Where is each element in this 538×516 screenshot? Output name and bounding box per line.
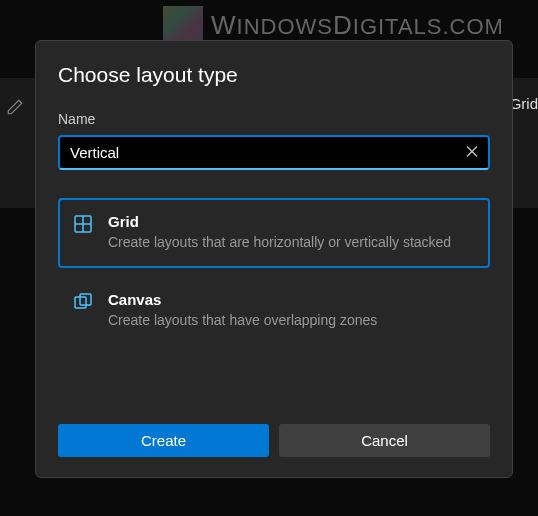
bg-grid-label: Grid xyxy=(510,95,538,112)
option-title: Grid xyxy=(108,213,474,230)
name-input[interactable] xyxy=(58,135,490,170)
close-icon xyxy=(466,145,478,160)
option-title: Canvas xyxy=(108,291,474,308)
edit-icon xyxy=(6,98,24,120)
canvas-icon xyxy=(74,293,92,311)
grid-icon xyxy=(74,215,92,233)
dialog-buttons: Create Cancel xyxy=(58,424,490,457)
layout-option-canvas[interactable]: Canvas Create layouts that have overlapp… xyxy=(58,276,490,346)
name-input-wrap xyxy=(58,135,490,170)
create-button[interactable]: Create xyxy=(58,424,269,457)
clear-input-button[interactable] xyxy=(462,141,482,164)
name-label: Name xyxy=(58,111,490,127)
layout-option-grid[interactable]: Grid Create layouts that are horizontall… xyxy=(58,198,490,268)
layout-dialog: Choose layout type Name Grid Create layo… xyxy=(35,40,513,478)
watermark-text: WINDOWSDIGITALS.COM xyxy=(211,10,504,41)
option-description: Create layouts that are horizontally or … xyxy=(108,234,474,250)
cancel-button[interactable]: Cancel xyxy=(279,424,490,457)
option-description: Create layouts that have overlapping zon… xyxy=(108,312,474,328)
dialog-title: Choose layout type xyxy=(58,63,490,87)
